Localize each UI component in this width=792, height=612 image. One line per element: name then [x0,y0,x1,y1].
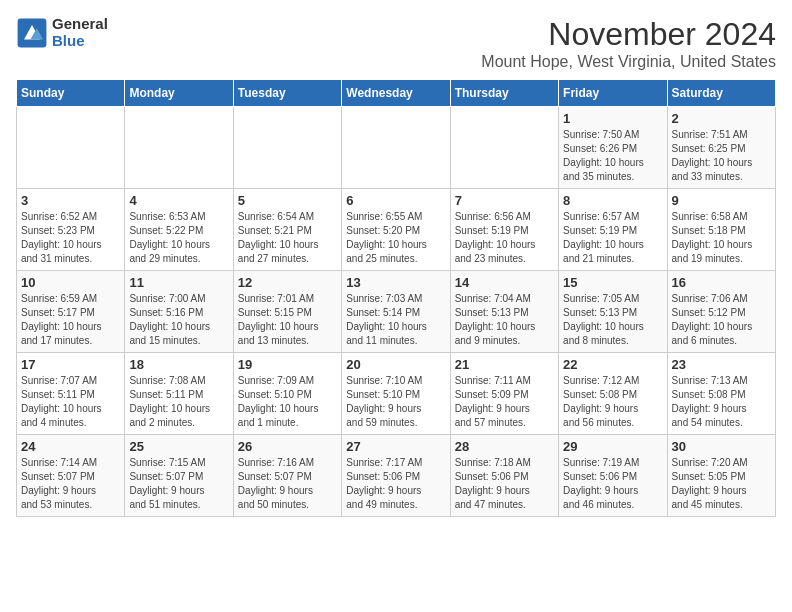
day-number: 21 [455,357,554,372]
day-info: Sunrise: 7:10 AM Sunset: 5:10 PM Dayligh… [346,374,445,430]
calendar-cell: 19Sunrise: 7:09 AM Sunset: 5:10 PM Dayli… [233,353,341,435]
header-day-friday: Friday [559,80,667,107]
day-info: Sunrise: 6:59 AM Sunset: 5:17 PM Dayligh… [21,292,120,348]
header-day-tuesday: Tuesday [233,80,341,107]
calendar-cell: 9Sunrise: 6:58 AM Sunset: 5:18 PM Daylig… [667,189,775,271]
day-info: Sunrise: 6:55 AM Sunset: 5:20 PM Dayligh… [346,210,445,266]
day-number: 20 [346,357,445,372]
day-info: Sunrise: 7:00 AM Sunset: 5:16 PM Dayligh… [129,292,228,348]
day-info: Sunrise: 7:14 AM Sunset: 5:07 PM Dayligh… [21,456,120,512]
day-info: Sunrise: 7:05 AM Sunset: 5:13 PM Dayligh… [563,292,662,348]
day-number: 2 [672,111,771,126]
calendar-cell [17,107,125,189]
day-number: 16 [672,275,771,290]
day-info: Sunrise: 7:50 AM Sunset: 6:26 PM Dayligh… [563,128,662,184]
calendar-cell: 18Sunrise: 7:08 AM Sunset: 5:11 PM Dayli… [125,353,233,435]
header-day-thursday: Thursday [450,80,558,107]
calendar-cell: 5Sunrise: 6:54 AM Sunset: 5:21 PM Daylig… [233,189,341,271]
day-number: 25 [129,439,228,454]
day-info: Sunrise: 6:52 AM Sunset: 5:23 PM Dayligh… [21,210,120,266]
day-number: 9 [672,193,771,208]
title-area: November 2024 Mount Hope, West Virginia,… [481,16,776,71]
calendar-cell: 16Sunrise: 7:06 AM Sunset: 5:12 PM Dayli… [667,271,775,353]
calendar-cell: 8Sunrise: 6:57 AM Sunset: 5:19 PM Daylig… [559,189,667,271]
day-number: 17 [21,357,120,372]
day-number: 19 [238,357,337,372]
day-number: 8 [563,193,662,208]
calendar-cell: 17Sunrise: 7:07 AM Sunset: 5:11 PM Dayli… [17,353,125,435]
header-day-sunday: Sunday [17,80,125,107]
day-info: Sunrise: 7:06 AM Sunset: 5:12 PM Dayligh… [672,292,771,348]
day-number: 27 [346,439,445,454]
calendar-cell [450,107,558,189]
calendar-cell [342,107,450,189]
calendar-cell: 4Sunrise: 6:53 AM Sunset: 5:22 PM Daylig… [125,189,233,271]
calendar-cell: 3Sunrise: 6:52 AM Sunset: 5:23 PM Daylig… [17,189,125,271]
week-row-0: 1Sunrise: 7:50 AM Sunset: 6:26 PM Daylig… [17,107,776,189]
calendar-cell: 13Sunrise: 7:03 AM Sunset: 5:14 PM Dayli… [342,271,450,353]
day-info: Sunrise: 7:15 AM Sunset: 5:07 PM Dayligh… [129,456,228,512]
calendar-cell: 26Sunrise: 7:16 AM Sunset: 5:07 PM Dayli… [233,435,341,517]
calendar-cell: 11Sunrise: 7:00 AM Sunset: 5:16 PM Dayli… [125,271,233,353]
day-info: Sunrise: 7:16 AM Sunset: 5:07 PM Dayligh… [238,456,337,512]
calendar-cell: 25Sunrise: 7:15 AM Sunset: 5:07 PM Dayli… [125,435,233,517]
header-day-wednesday: Wednesday [342,80,450,107]
calendar-cell: 1Sunrise: 7:50 AM Sunset: 6:26 PM Daylig… [559,107,667,189]
location-title: Mount Hope, West Virginia, United States [481,53,776,71]
day-number: 26 [238,439,337,454]
day-info: Sunrise: 6:58 AM Sunset: 5:18 PM Dayligh… [672,210,771,266]
calendar-cell: 7Sunrise: 6:56 AM Sunset: 5:19 PM Daylig… [450,189,558,271]
calendar-cell [125,107,233,189]
day-number: 28 [455,439,554,454]
calendar-cell: 15Sunrise: 7:05 AM Sunset: 5:13 PM Dayli… [559,271,667,353]
day-info: Sunrise: 6:54 AM Sunset: 5:21 PM Dayligh… [238,210,337,266]
day-number: 24 [21,439,120,454]
day-info: Sunrise: 7:08 AM Sunset: 5:11 PM Dayligh… [129,374,228,430]
calendar-cell: 30Sunrise: 7:20 AM Sunset: 5:05 PM Dayli… [667,435,775,517]
week-row-3: 17Sunrise: 7:07 AM Sunset: 5:11 PM Dayli… [17,353,776,435]
day-number: 10 [21,275,120,290]
day-number: 3 [21,193,120,208]
day-number: 12 [238,275,337,290]
calendar-cell: 27Sunrise: 7:17 AM Sunset: 5:06 PM Dayli… [342,435,450,517]
day-info: Sunrise: 7:19 AM Sunset: 5:06 PM Dayligh… [563,456,662,512]
day-number: 13 [346,275,445,290]
logo-blue: Blue [52,33,108,50]
week-row-4: 24Sunrise: 7:14 AM Sunset: 5:07 PM Dayli… [17,435,776,517]
calendar-cell: 24Sunrise: 7:14 AM Sunset: 5:07 PM Dayli… [17,435,125,517]
month-title: November 2024 [481,16,776,53]
header: General Blue November 2024 Mount Hope, W… [16,16,776,71]
day-number: 22 [563,357,662,372]
calendar-cell: 14Sunrise: 7:04 AM Sunset: 5:13 PM Dayli… [450,271,558,353]
day-info: Sunrise: 7:07 AM Sunset: 5:11 PM Dayligh… [21,374,120,430]
logo-text: General Blue [52,16,108,49]
day-info: Sunrise: 7:12 AM Sunset: 5:08 PM Dayligh… [563,374,662,430]
day-number: 30 [672,439,771,454]
day-number: 6 [346,193,445,208]
day-number: 11 [129,275,228,290]
calendar-cell: 23Sunrise: 7:13 AM Sunset: 5:08 PM Dayli… [667,353,775,435]
day-info: Sunrise: 7:51 AM Sunset: 6:25 PM Dayligh… [672,128,771,184]
calendar-cell: 22Sunrise: 7:12 AM Sunset: 5:08 PM Dayli… [559,353,667,435]
day-number: 15 [563,275,662,290]
day-number: 1 [563,111,662,126]
calendar-cell: 6Sunrise: 6:55 AM Sunset: 5:20 PM Daylig… [342,189,450,271]
week-row-1: 3Sunrise: 6:52 AM Sunset: 5:23 PM Daylig… [17,189,776,271]
header-day-monday: Monday [125,80,233,107]
header-day-saturday: Saturday [667,80,775,107]
calendar-cell: 28Sunrise: 7:18 AM Sunset: 5:06 PM Dayli… [450,435,558,517]
logo: General Blue [16,16,108,49]
day-info: Sunrise: 6:53 AM Sunset: 5:22 PM Dayligh… [129,210,228,266]
logo-general: General [52,16,108,33]
day-info: Sunrise: 7:13 AM Sunset: 5:08 PM Dayligh… [672,374,771,430]
week-row-2: 10Sunrise: 6:59 AM Sunset: 5:17 PM Dayli… [17,271,776,353]
day-number: 7 [455,193,554,208]
header-row: SundayMondayTuesdayWednesdayThursdayFrid… [17,80,776,107]
day-info: Sunrise: 7:18 AM Sunset: 5:06 PM Dayligh… [455,456,554,512]
day-number: 23 [672,357,771,372]
day-number: 4 [129,193,228,208]
day-number: 29 [563,439,662,454]
calendar-table: SundayMondayTuesdayWednesdayThursdayFrid… [16,79,776,517]
day-number: 14 [455,275,554,290]
day-info: Sunrise: 7:09 AM Sunset: 5:10 PM Dayligh… [238,374,337,430]
